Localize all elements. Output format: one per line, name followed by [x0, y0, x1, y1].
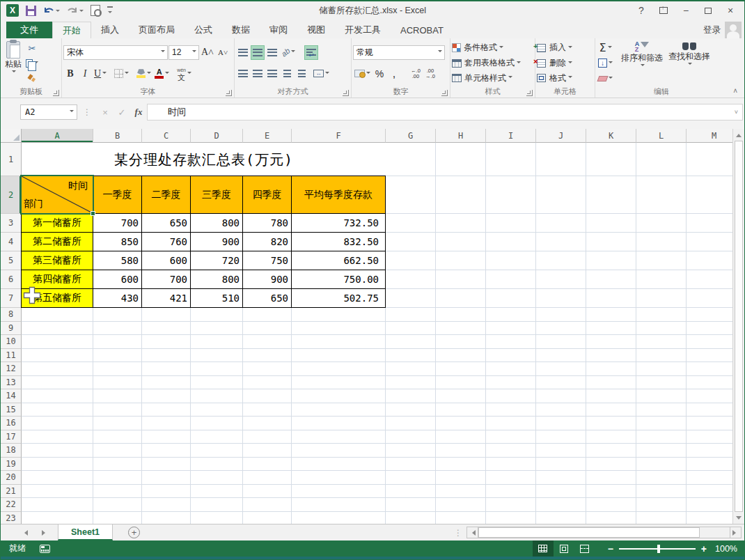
row-header-17[interactable]: 17	[1, 430, 22, 444]
tab-view[interactable]: 视图	[297, 22, 335, 38]
col-header-E[interactable]: E	[243, 129, 292, 143]
cell-D7[interactable]: 510	[191, 289, 243, 308]
zoom-slider[interactable]	[619, 548, 696, 550]
row-header-3[interactable]: 3	[1, 214, 22, 233]
tab-page-layout[interactable]: 页面布局	[129, 22, 185, 38]
expand-formula-bar-button[interactable]: ˅	[730, 104, 743, 120]
wrap-text-button[interactable]: ↩	[304, 45, 318, 60]
align-right-button[interactable]	[265, 66, 279, 81]
grow-font-button[interactable]: A˄	[200, 45, 215, 60]
insert-function-button[interactable]: fx	[130, 107, 147, 118]
horizontal-scroll-track[interactable]	[478, 527, 730, 538]
normal-view-button[interactable]	[533, 540, 554, 557]
zoom-out-button[interactable]: −	[608, 543, 613, 554]
fill-color-button[interactable]	[135, 66, 152, 81]
underline-button[interactable]: U	[93, 66, 108, 81]
undo-button[interactable]	[43, 6, 60, 15]
format-painter-button[interactable]	[24, 70, 40, 85]
conditional-format-button[interactable]: 条件格式	[452, 41, 533, 55]
cell-F7[interactable]: 502.75	[292, 289, 386, 308]
row-header-20[interactable]: 20	[1, 471, 22, 485]
cell-C3[interactable]: 650	[142, 214, 191, 233]
borders-button[interactable]	[113, 66, 130, 81]
delete-cells-button[interactable]: 删除	[537, 56, 593, 70]
increase-indent-button[interactable]	[295, 66, 308, 81]
formula-input[interactable]: 时间	[147, 104, 730, 120]
align-left-button[interactable]	[236, 66, 250, 81]
cell-C6[interactable]: 700	[142, 270, 191, 289]
comma-button[interactable]: ,	[387, 66, 401, 81]
col-header-I[interactable]: I	[486, 129, 536, 143]
page-layout-view-button[interactable]	[554, 540, 574, 557]
font-name-combo[interactable]: 宋体	[63, 45, 168, 60]
maximize-button[interactable]	[698, 3, 718, 18]
row-header-22[interactable]: 22	[1, 498, 22, 512]
decrease-decimal-button[interactable]: .00→.0	[423, 66, 437, 81]
scroll-left-button[interactable]	[466, 527, 478, 538]
format-cells-button[interactable]: 格式	[537, 71, 593, 85]
cell-C4[interactable]: 760	[142, 233, 191, 251]
row-header-2[interactable]: 2	[1, 176, 22, 214]
worksheet-grid[interactable]: ABCDEFGHIJKLM123456789101112131415161718…	[1, 129, 732, 524]
row-label-A7[interactable]: 第五储蓄所	[22, 289, 93, 308]
cut-button[interactable]: ✂	[24, 41, 40, 56]
enter-entry-button[interactable]: ✓	[113, 107, 130, 118]
row-header-8[interactable]: 8	[1, 308, 22, 322]
prev-sheet-button[interactable]	[22, 530, 28, 536]
row-label-A3[interactable]: 第一储蓄所	[22, 214, 93, 233]
number-format-combo[interactable]: 常规	[353, 45, 445, 60]
header-cell-E2[interactable]: 四季度	[243, 176, 292, 214]
decrease-indent-button[interactable]	[280, 66, 294, 81]
clear-button[interactable]	[597, 71, 614, 86]
row-header-6[interactable]: 6	[1, 270, 22, 289]
row-header-13[interactable]: 13	[1, 376, 22, 390]
name-box[interactable]: A2	[20, 104, 77, 120]
merge-center-button[interactable]: ↔	[312, 66, 331, 81]
row-header-19[interactable]: 19	[1, 458, 22, 472]
minimize-button[interactable]: −	[676, 3, 696, 18]
row-header-21[interactable]: 21	[1, 485, 22, 499]
increase-decimal-button[interactable]: ←.0.00	[409, 66, 423, 81]
align-middle-button[interactable]	[251, 45, 265, 60]
tab-acrobat[interactable]: ACROBAT	[391, 22, 453, 38]
print-preview-button[interactable]	[91, 5, 100, 16]
tab-formulas[interactable]: 公式	[185, 22, 222, 38]
dialog-launcher-icon[interactable]	[226, 90, 232, 96]
tab-scroll-splitter[interactable]: ⋮	[454, 524, 462, 540]
next-sheet-button[interactable]	[42, 530, 48, 536]
cell-E6[interactable]: 900	[243, 270, 292, 289]
cell-D5[interactable]: 720	[191, 251, 243, 270]
row-header-1[interactable]: 1	[1, 143, 22, 176]
col-header-L[interactable]: L	[636, 129, 687, 143]
row-header-12[interactable]: 12	[1, 362, 22, 376]
sort-filter-button[interactable]: AZ 排序和筛选	[618, 40, 666, 86]
italic-button[interactable]: I	[78, 66, 92, 81]
cell-E3[interactable]: 780	[243, 214, 292, 233]
row-header-16[interactable]: 16	[1, 417, 22, 430]
save-button[interactable]	[26, 6, 36, 16]
tab-data[interactable]: 数据	[222, 22, 260, 38]
row-header-18[interactable]: 18	[1, 444, 22, 458]
row-header-14[interactable]: 14	[1, 389, 22, 403]
row-header-11[interactable]: 11	[1, 349, 22, 363]
row-header-15[interactable]: 15	[1, 403, 22, 417]
dialog-launcher-icon[interactable]	[526, 90, 533, 96]
excel-logo-icon[interactable]: X	[6, 4, 19, 17]
col-header-G[interactable]: G	[386, 129, 436, 143]
tab-home[interactable]: 开始	[52, 22, 91, 38]
dialog-launcher-icon[interactable]	[441, 90, 448, 96]
font-color-button[interactable]: A	[153, 66, 171, 81]
fill-button[interactable]: ↓	[597, 56, 614, 70]
page-break-view-button[interactable]	[574, 540, 595, 557]
formula-bar-splitter[interactable]: ⋮	[77, 107, 97, 117]
cell-B7[interactable]: 430	[93, 289, 142, 308]
header-cell-C2[interactable]: 二季度	[142, 176, 191, 214]
row-header-9[interactable]: 9	[1, 322, 22, 336]
cell-F4[interactable]: 832.50	[292, 233, 386, 251]
cell-B5[interactable]: 580	[93, 251, 142, 270]
header-cell-B2[interactable]: 一季度	[93, 176, 142, 214]
dialog-launcher-icon[interactable]	[53, 90, 59, 96]
cell-A1-table-title[interactable]: 某分理处存款汇总表(万元)	[22, 143, 386, 176]
cell-D3[interactable]: 800	[191, 214, 243, 233]
row-header-10[interactable]: 10	[1, 335, 22, 349]
